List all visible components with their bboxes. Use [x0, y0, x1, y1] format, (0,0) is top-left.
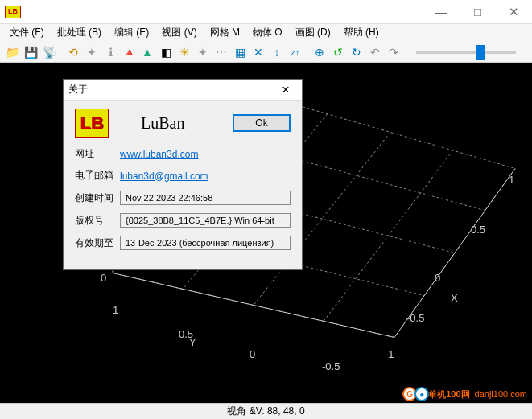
dialog-close-button[interactable]: ×	[274, 82, 297, 98]
palette-icon[interactable]: ◧	[157, 43, 175, 61]
svg-text:-1: -1	[385, 348, 394, 360]
titlebar: LB — □ ✕	[0, 0, 532, 24]
menu-help[interactable]: 帮助 (H)	[337, 24, 386, 42]
menu-view[interactable]: 视图 (V)	[155, 24, 203, 42]
website-link[interactable]: www.luban3d.com	[120, 149, 198, 160]
svg-text:1: 1	[509, 174, 514, 186]
menu-edit[interactable]: 编辑 (E)	[108, 24, 155, 42]
svg-text:0.5: 0.5	[179, 328, 193, 340]
watermark-site: danji100.com	[475, 389, 527, 399]
swap-icon[interactable]: ↕	[268, 43, 286, 61]
info-icon[interactable]: ℹ	[101, 43, 119, 61]
close-button[interactable]: ✕	[496, 0, 532, 24]
statusbar: 视角 &V: 88, 48, 0	[0, 403, 532, 419]
copyright-value: {0025_38B8_11C5_4B7E.} Win 64-bit	[120, 213, 291, 228]
svg-text:-0.5: -0.5	[406, 312, 424, 324]
svg-text:0.5: 0.5	[471, 224, 485, 236]
copyright-label: 版权号	[75, 214, 120, 228]
valid-until-value: 13-Dec-2023 (бессрочная лицензия)	[120, 236, 291, 250]
star-icon[interactable]: ✦	[194, 43, 212, 61]
build-time-value: Nov 22 2023 22:46:58	[120, 191, 291, 205]
menu-batch[interactable]: 批处理 (B)	[51, 24, 108, 42]
dialog-header[interactable]: 关于 ×	[64, 80, 302, 101]
menubar: 文件 (F) 批处理 (B) 编辑 (E) 视图 (V) 网格 M 物体 O 画…	[0, 24, 532, 42]
undo-icon[interactable]: ↶	[366, 43, 384, 61]
open-icon[interactable]: 📁	[3, 43, 21, 61]
svg-text:0: 0	[250, 348, 255, 360]
menu-draw[interactable]: 画图 (D)	[289, 24, 337, 42]
toolbar: 📁 💾 📡 ⟲ ✦ ℹ 🔺 ▲ ◧ ☀ ✦ ⋯ ▦ ✕ ↕ z↕ ⊕ ↺ ↻ ↶…	[0, 42, 532, 63]
maximize-button[interactable]: □	[460, 0, 496, 24]
slider-thumb[interactable]	[476, 45, 485, 60]
watermark-brand: 单机100网	[428, 388, 469, 401]
cone-icon[interactable]: 🔺	[120, 43, 138, 61]
menu-object[interactable]: 物体 O	[246, 24, 289, 42]
pan-icon[interactable]: ⊕	[311, 43, 328, 61]
svg-line-10	[113, 273, 394, 338]
menu-file[interactable]: 文件 (F)	[3, 24, 51, 42]
triangle-icon[interactable]: ▲	[138, 43, 156, 61]
rotate-ccw-icon[interactable]: ↺	[329, 43, 347, 61]
app-name: LuBan	[141, 114, 233, 133]
rotate-cw-icon[interactable]: ↻	[348, 43, 365, 61]
about-dialog: 关于 × LB LuBan Ok 网址 www.luban3d.com 电子邮箱…	[63, 79, 303, 270]
email-link[interactable]: luban3d@gmail.com	[120, 170, 208, 182]
app-icon: LB	[5, 6, 21, 18]
sparkle-icon[interactable]: ✦	[83, 43, 101, 61]
svg-text:0: 0	[101, 272, 106, 284]
minimize-button[interactable]: —	[423, 0, 460, 24]
wifi-icon[interactable]: 📡	[40, 43, 58, 61]
ok-button[interactable]: Ok	[233, 114, 291, 132]
slider-track	[416, 51, 516, 54]
app-logo: LB	[75, 109, 109, 138]
sun-icon[interactable]: ☀	[175, 43, 193, 61]
watermark-icon: G●	[402, 387, 427, 401]
svg-line-9	[324, 150, 453, 322]
svg-text:1: 1	[113, 304, 118, 316]
dialog-title: 关于	[68, 83, 274, 97]
z-swap-icon[interactable]: z↕	[287, 43, 304, 61]
valid-until-label: 有效期至	[75, 236, 120, 250]
watermark: G● 单机100网 danji100.com	[402, 387, 527, 401]
url-label: 网址	[75, 147, 120, 161]
axis-x-label: X	[451, 292, 458, 304]
refresh-icon[interactable]: ⟲	[64, 43, 82, 61]
svg-text:0: 0	[435, 272, 440, 284]
redo-icon[interactable]: ↷	[385, 43, 402, 61]
svg-text:-0.5: -0.5	[322, 360, 340, 372]
view-angle-readout: 视角 &V: 88, 48, 0	[227, 405, 304, 418]
scissors-icon[interactable]: ✕	[250, 43, 267, 61]
grid-icon[interactable]: ▦	[231, 43, 249, 61]
build-time-label: 创建时间	[75, 191, 120, 205]
dots-icon[interactable]: ⋯	[212, 43, 230, 61]
menu-mesh[interactable]: 网格 M	[204, 24, 246, 42]
save-icon[interactable]: 💾	[22, 43, 39, 61]
slider[interactable]	[416, 45, 516, 60]
email-label: 电子邮箱	[75, 169, 120, 183]
